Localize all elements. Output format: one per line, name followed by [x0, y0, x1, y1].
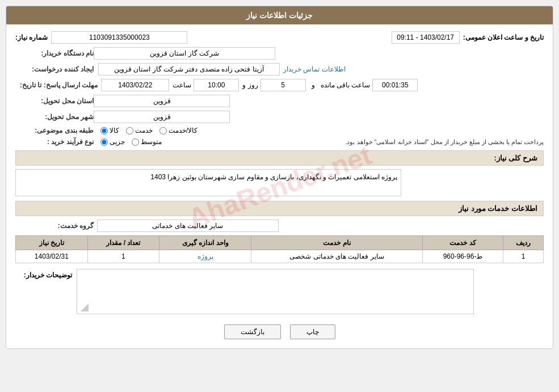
bazgasht-button[interactable]: بازگشت	[224, 324, 281, 339]
ijaad-label: ایجاد کننده درخواست:	[20, 65, 94, 73]
col-count: تعداد / مقدار	[87, 236, 159, 250]
mohlat-date-value: 1403/02/22	[101, 79, 169, 91]
chap-button[interactable]: چاپ	[290, 324, 335, 339]
saat-label: ساعت	[173, 81, 191, 89]
goroh-khedmat-value: سایر فعالیت های خدماتی	[97, 220, 279, 232]
services-table: ردیف کد خدمت نام خدمت واحد اندازه گیری ت…	[15, 235, 544, 263]
col-date: تاریخ نیاز	[16, 236, 88, 250]
shomara-niaz-value: 1103091335000023	[51, 31, 187, 44]
sharh-section-header: شرح کلی نیاز:	[15, 150, 544, 166]
radio-khedmat-label: خدمت	[135, 127, 153, 134]
saat-value: 10:00	[194, 79, 239, 91]
shahr-value: قزوین	[94, 111, 230, 123]
goroh-khedmat-label: گروه خدمت:	[20, 222, 94, 230]
va-label: و	[312, 81, 315, 89]
tamaas-link[interactable]: اطلاعات تماس خریدار	[283, 65, 346, 73]
ijaad-value: آزیتا فتحی زاده متصدی دفتر شرکت گاز استا…	[98, 63, 280, 75]
radio-khedmat[interactable]	[126, 127, 133, 134]
tarikh-label: تاریخ و ساعت اعلان عمومی:	[463, 33, 544, 41]
naam-dastgah-label: نام دستگاه خریدار:	[20, 49, 94, 57]
radio-jozee[interactable]	[100, 138, 108, 146]
radio-kala-khedmat[interactable]	[159, 127, 167, 134]
col-radif: ردیف	[503, 236, 544, 250]
naam-dastgah-value: شرکت گاز استان قزوین	[94, 47, 275, 60]
cell-date: 1403/02/31	[16, 250, 88, 263]
cell-name: سایر فعالیت های خدماتی شخصی	[251, 250, 422, 263]
col-name: نام خدمت	[251, 236, 422, 250]
radio-kala-label: کالا	[110, 127, 119, 134]
rooz-label: روز و	[242, 81, 258, 89]
radio-kala-khedmat-label: کالا/خدمت	[169, 127, 197, 134]
radio-kala[interactable]	[100, 127, 108, 134]
radio-jozee-label: جزیی	[110, 138, 125, 146]
sharh-value: پروژه استعلامی تعمیرات و نگهداری، بازساز…	[15, 169, 401, 196]
tabagheh-label: طبقه بندی موضوعی:	[20, 127, 94, 134]
tosiyat-label: توضیحات خریدار:	[15, 271, 72, 279]
radio-mottavaset[interactable]	[132, 138, 139, 146]
baaqimandeh-label: ساعت باقی مانده	[321, 81, 371, 89]
countdown-value: 00:01:35	[372, 79, 418, 91]
col-code: کد خدمت	[422, 236, 503, 250]
nooe-farayand-label: نوع فرآیند خرید :	[20, 138, 94, 146]
notice-text: پرداخت تمام یا بخشی از مبلغ خریدار از مح…	[180, 138, 544, 146]
page-title: جزئیات اطلاعات نیاز	[6, 6, 553, 24]
cell-code: ط-96-96-960	[422, 250, 503, 263]
tosiyat-box	[77, 269, 474, 314]
shomara-niaz-label: شماره نیاز:	[15, 33, 48, 41]
mohlat-label: مهلت ارسال پاسخ: تا تاریخ:	[20, 81, 98, 89]
tarikh-value: 1403/02/17 - 09:11	[392, 31, 460, 44]
col-unit: واحد اندازه گیری	[159, 236, 251, 250]
shahr-label: شهر محل تحویل:	[20, 113, 94, 121]
radio-mottavaset-label: متوسط	[141, 138, 162, 146]
ostan-value: قزوین	[94, 95, 230, 107]
cell-unit: پروژه	[159, 250, 251, 263]
table-row: 1ط-96-96-960سایر فعالیت های خدماتی شخصیپ…	[16, 250, 544, 263]
cell-radif: 1	[503, 250, 544, 263]
rooz-value: 5	[260, 79, 306, 91]
cell-count: 1	[87, 250, 159, 263]
ostan-label: استان محل تحویل:	[20, 97, 94, 105]
khadamat-section-header: اطلاعات خدمات مورد نیاز	[15, 201, 544, 216]
